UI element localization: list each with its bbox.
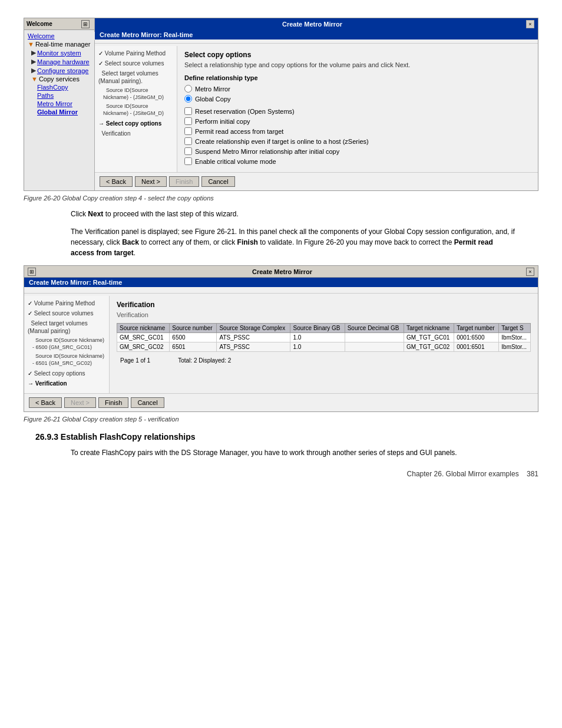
nav-paths[interactable]: Paths	[28, 91, 91, 100]
verif-table: Source nickname Source number Source Sto…	[117, 323, 531, 352]
step3a: Source ID(Source Nickname) - (JSiteGM_D)	[98, 87, 173, 101]
cancel-button[interactable]: Cancel	[201, 176, 234, 187]
next-button[interactable]: Next >	[135, 176, 167, 187]
col-src-complex: Source Storage Complex	[217, 324, 290, 333]
back-button[interactable]: < Back	[100, 176, 133, 187]
col-src-nickname: Source nickname	[117, 324, 170, 333]
f2-back-button[interactable]: < Back	[29, 397, 62, 408]
para2-mid: to correct any of them, or click	[139, 238, 237, 246]
footer-chapter: Chapter 26. Global Mirror examples	[407, 470, 519, 478]
pin-button[interactable]: ⊞	[81, 20, 90, 28]
mywork-title: Welcome	[27, 21, 81, 27]
close-button[interactable]: ×	[526, 20, 534, 28]
footer-page: 381	[527, 470, 538, 478]
cell-src-num1: 6500	[170, 333, 217, 342]
radio-metro: Metro Mirror	[184, 85, 531, 93]
table-row: GM_SRC_GC01 6500 ATS_PSSC 1.0 GM_TGT_GC0…	[117, 333, 531, 342]
verif-title: Verification	[117, 301, 531, 309]
radio-global: Global Copy	[184, 95, 531, 103]
page-info: Page 1 of 1	[120, 357, 150, 364]
cb-initial: Perform initial copy	[184, 117, 531, 125]
total-info: Total: 2 Displayed: 2	[178, 357, 231, 364]
nav-metro[interactable]: Metro Mirror	[28, 100, 91, 108]
cb-critical: Enable critical volume mode	[184, 157, 531, 165]
figure2-pin[interactable]: ⊞	[28, 268, 36, 276]
cell-tgt-nick1: GM_TGT_GC01	[404, 333, 454, 342]
figure1-titlebar: Create Metro Mirror ×	[95, 18, 538, 30]
figure1-buttons: < Back Next > Finish Cancel	[95, 172, 538, 190]
cell-src-num2: 6501	[170, 342, 217, 352]
cb-reset-label: Reset reservation (Open Systems)	[195, 108, 295, 115]
cb-create-input[interactable]	[184, 137, 192, 145]
cb-reset-input[interactable]	[184, 107, 192, 115]
cb-initial-input[interactable]	[184, 117, 192, 125]
para2: The Verification panel is displayed; see…	[71, 226, 515, 258]
figure2-content: Verification Verification Source nicknam…	[110, 296, 538, 393]
nav-copy-label: Copy services	[39, 75, 80, 83]
figure1-caption: Figure 26-20 Global Copy creation step 4…	[24, 195, 538, 202]
para1: Click Next to proceed with the last step…	[71, 209, 515, 219]
nav-hardware-arrow: ▶	[31, 58, 36, 65]
nav-flashcopy-label[interactable]: FlashCopy	[37, 84, 68, 91]
cb-create: Create relationship even if target is on…	[184, 137, 531, 145]
f2-step1: ✓ Volume Pairing Method	[28, 299, 105, 307]
f2-step2: ✓ Select source volumes	[28, 309, 105, 317]
figure1-steps: ✓ Volume Pairing Method ✓ Select source …	[95, 46, 177, 172]
f2-finish-button[interactable]: Finish	[98, 397, 128, 408]
radio-metro-input[interactable]	[184, 85, 192, 93]
nav-copy-arrow: ▼	[31, 75, 38, 83]
col-tgt-nickname: Target nickname	[404, 324, 454, 333]
col-src-number: Source number	[170, 324, 217, 333]
nav-welcome[interactable]: Welcome	[28, 32, 98, 40]
nav-paths-label[interactable]: Paths	[37, 92, 54, 99]
cb-create-label: Create relationship even if target is on…	[195, 138, 369, 145]
define-rel-label: Define relationship type	[184, 74, 531, 81]
figure2-caption: Figure 26-21 Global Copy creation step 5…	[24, 416, 538, 423]
step5: Verification	[98, 130, 173, 137]
cell-src-binary1: 1.0	[290, 333, 345, 342]
para2-back: Back	[122, 238, 139, 246]
cell-tgt-s2: IbmStor...	[499, 342, 531, 352]
nav-copy: ▼ Copy services	[28, 75, 91, 83]
f2-cancel-button[interactable]: Cancel	[131, 397, 164, 408]
step2: ✓ Select source volumes	[98, 60, 173, 67]
finish-button[interactable]: Finish	[169, 176, 199, 187]
figure2-body: ✓ Volume Pairing Method ✓ Select source …	[24, 296, 538, 393]
table-pagination: Page 1 of 1 Total: 2 Displayed: 2	[117, 355, 531, 365]
figure1-content: Select copy options Select a relationshi…	[177, 46, 538, 172]
col-src-decimal: Source Decimal GB	[345, 324, 404, 333]
para1-text: Click	[71, 210, 88, 218]
nav-global[interactable]: Global Mirror	[28, 108, 91, 116]
nav-monitor-label[interactable]: Monitor system	[37, 50, 81, 57]
para3-wrapper: To create FlashCopy pairs with the DS St…	[35, 447, 515, 458]
copy-options-title: Select copy options	[184, 51, 531, 59]
nav-storage-label[interactable]: Configure storage	[37, 67, 88, 74]
nav-metro-label[interactable]: Metro Mirror	[37, 100, 72, 107]
figure2-layout: ⊞ Create Metro Mirror × Create Metro Mir…	[24, 266, 538, 411]
para1-bold: Next	[88, 210, 103, 218]
cell-src-decimal1	[345, 333, 404, 342]
nav-hardware-label[interactable]: Manage hardware	[37, 58, 90, 65]
col-tgt-s: Target S	[499, 324, 531, 333]
nav-realtime: ▼ Real-time manager	[28, 40, 91, 48]
cb-permit-input[interactable]	[184, 127, 192, 135]
para1-rest: to proceed with the last step of this wi…	[103, 210, 238, 218]
f2-step3b: Source ID(Source Nickname) - 6501 (GM_SR…	[28, 353, 105, 367]
cb-critical-label: Enable critical volume mode	[195, 158, 276, 165]
nav-flashcopy[interactable]: FlashCopy	[28, 83, 91, 91]
figure2-titlebar: ⊞ Create Metro Mirror ×	[24, 266, 538, 278]
figure2-close[interactable]: ×	[526, 268, 534, 276]
radio-global-input[interactable]	[184, 95, 192, 103]
f2-next-button[interactable]: Next >	[64, 397, 96, 408]
step4: → Select copy options	[98, 120, 173, 127]
table-row: GM_SRC_GC02 6501 ATS_PSSC 1.0 GM_TGT_GC0…	[117, 342, 531, 352]
nav-global-label[interactable]: Global Mirror	[37, 108, 78, 116]
f2-step5: → Verification	[28, 380, 105, 387]
para3: To create FlashCopy pairs with the DS St…	[71, 447, 515, 458]
cb-suspend-input[interactable]	[184, 147, 192, 155]
f2-step3: Select target volumes (Manual pairing)	[28, 319, 105, 335]
nav-realtime-label: Real-time manager	[35, 41, 91, 48]
cb-critical-input[interactable]	[184, 157, 192, 165]
cb-permit: Permit read access from target	[184, 127, 531, 135]
figure1-body: ✓ Volume Pairing Method ✓ Select source …	[95, 46, 538, 172]
